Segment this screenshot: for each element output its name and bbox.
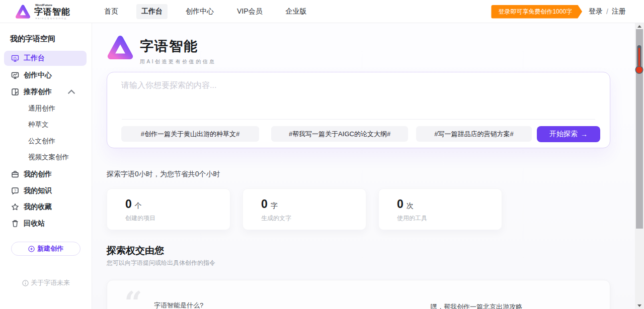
- trash-icon: [11, 220, 19, 228]
- auth-links: 登录 / 注册: [589, 7, 626, 16]
- chevron-up-icon[interactable]: [67, 88, 75, 96]
- sidebar-item-creation-center[interactable]: 创作中心: [4, 68, 87, 83]
- stats-summary: 探索字语0小时，为您节省共0个小时: [107, 170, 220, 179]
- quote-icon: “: [124, 287, 140, 309]
- nav-item-enterprise[interactable]: 企业版: [281, 4, 312, 19]
- login-link[interactable]: 登录: [589, 7, 603, 16]
- stat-unit: 字: [271, 201, 278, 211]
- stat-label: 生成的文字: [261, 214, 291, 223]
- panel-check-icon: [11, 88, 19, 96]
- scroll-up-arrow-icon[interactable]: [637, 25, 641, 28]
- nav-item-workbench[interactable]: 工作台: [136, 4, 168, 19]
- scroll-down-arrow-icon[interactable]: [637, 304, 641, 307]
- chat-question-icon: ?: [11, 187, 19, 195]
- sidebar-title: 我的字语空间: [10, 34, 55, 44]
- sidebar-subitem-official-doc[interactable]: 公文创作: [28, 134, 55, 148]
- sidebar-item-recycle-bin[interactable]: 回收站: [4, 216, 87, 231]
- search-panel: #创作一篇关于黄山出游的种草文# #帮我写一篇关于AIGC的论文大纲# #写一篇…: [107, 72, 610, 148]
- sidebar-item-my-favorites[interactable]: 我的收藏: [4, 199, 87, 215]
- nav-item-vip[interactable]: VIP会员: [232, 4, 268, 19]
- auth-separator: /: [606, 8, 608, 16]
- app-root: WordFuture 字语智能 用AI创造更有价值的信息 首页 工作台 创作中心…: [0, 0, 644, 309]
- main-content: 字语智能 用AI创造更有价值的信息 #创作一篇关于黄山出游的种草文# #帮我写一…: [92, 23, 635, 309]
- arrow-right-icon: →: [581, 130, 588, 138]
- suggestion-pill-aigc[interactable]: #帮我写一篇关于AIGC的论文大纲#: [271, 126, 408, 142]
- hero-triangle-icon: [107, 34, 134, 61]
- suggestion-pill-dessert[interactable]: #写一篇甜品店的营销方案#: [416, 126, 532, 142]
- brand-subname: WordFuture: [35, 4, 70, 7]
- explore-section-subtitle: 您可以向字语提问或给出具体创作的指令: [107, 259, 215, 267]
- suggestion-pill-huangshan[interactable]: #创作一篇关于黄山出游的种草文#: [121, 126, 259, 142]
- sidebar-item-recommended-creation[interactable]: 推荐创作: [4, 84, 87, 99]
- brand-triangle-icon: [15, 4, 31, 20]
- about-link[interactable]: 关于字语未来: [0, 278, 92, 287]
- sidebar: 我的字语空间 工作台 创作中心 推荐创作: [0, 23, 92, 309]
- stat-card-projects: 0 个 创建的项目: [107, 188, 230, 230]
- stat-unit: 次: [407, 201, 414, 211]
- stat-card-tools: 0 次 使用的工具: [378, 188, 502, 230]
- hero-logo: 字语智能 用AI创造更有价值的信息: [107, 34, 216, 65]
- svg-text:?: ?: [14, 189, 16, 192]
- nav-item-creation-center[interactable]: 创作中心: [181, 4, 219, 19]
- sidebar-item-workbench[interactable]: 工作台: [4, 51, 87, 66]
- explore-section-title: 探索权交由您: [107, 244, 164, 257]
- example-question-2[interactable]: 嘿，帮我创作一篇北京出游攻略: [431, 302, 522, 309]
- search-divider: [122, 119, 595, 120]
- sidebar-subitem-seeding-article[interactable]: 种草文: [28, 118, 49, 132]
- sidebar-item-my-creations[interactable]: 我的创作: [4, 167, 87, 182]
- hero-tagline: 用AI创造更有价值的信息: [140, 58, 216, 65]
- register-link[interactable]: 注册: [612, 7, 626, 16]
- stat-value: 0: [125, 197, 132, 211]
- stat-label: 创建的项目: [125, 214, 155, 223]
- thermometer-icon: [635, 45, 643, 75]
- brand-name: 字语智能: [34, 8, 70, 16]
- brand-tagline: 用AI创造更有价值的信息: [35, 18, 70, 20]
- main-nav: 首页 工作台 创作中心 VIP会员 企业版: [99, 0, 312, 23]
- stat-value: 0: [397, 197, 404, 211]
- sidebar-item-my-knowledge[interactable]: ? 我的知识: [4, 183, 87, 198]
- example-prompts-card: “ 字语智能是什么? 嘿，帮我创作一篇北京出游攻略: [107, 280, 610, 309]
- brand-logo[interactable]: WordFuture 字语智能 用AI创造更有价值的信息: [15, 4, 70, 20]
- login-promo-badge[interactable]: 登录即可享免费创作1000字: [491, 5, 582, 19]
- briefcase-icon: [11, 170, 19, 178]
- sidebar-subitem-video-copy[interactable]: 视频文案创作: [28, 150, 69, 164]
- stat-card-words: 0 字 生成的文字: [243, 188, 366, 230]
- stat-value: 0: [261, 197, 268, 211]
- nav-item-home[interactable]: 首页: [99, 4, 123, 19]
- stat-unit: 个: [135, 201, 142, 211]
- example-question-1[interactable]: 字语智能是什么?: [154, 301, 203, 309]
- star-icon: [11, 203, 19, 211]
- start-explore-button[interactable]: 开始探索 →: [537, 126, 600, 142]
- monitor-icon: [11, 54, 19, 62]
- new-creation-button[interactable]: 新建创作: [11, 242, 80, 256]
- monitor-chart-icon: [11, 71, 19, 79]
- hero-title: 字语智能: [140, 37, 216, 55]
- sidebar-subitem-general-creation[interactable]: 通用创作: [28, 101, 55, 116]
- info-circle-icon: [22, 280, 29, 286]
- plus-circle-icon: [28, 246, 35, 252]
- top-navbar: WordFuture 字语智能 用AI创造更有价值的信息 首页 工作台 创作中心…: [0, 0, 644, 23]
- stat-label: 使用的工具: [397, 214, 427, 223]
- search-input[interactable]: [121, 80, 594, 115]
